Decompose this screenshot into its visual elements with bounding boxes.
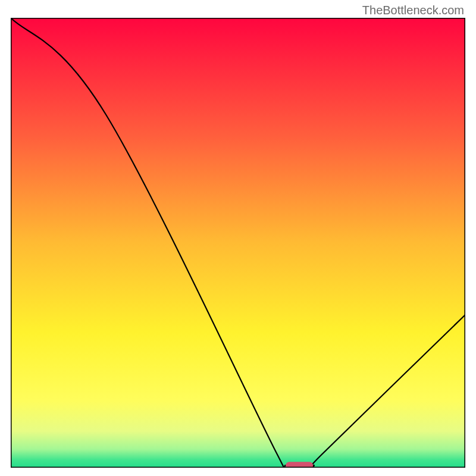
chart-area — [11, 18, 465, 468]
gradient-background — [11, 18, 465, 467]
chart-svg — [11, 18, 465, 468]
chart-container: TheBottleneck.com — [0, 0, 476, 476]
attribution-label: TheBottleneck.com — [362, 4, 464, 17]
